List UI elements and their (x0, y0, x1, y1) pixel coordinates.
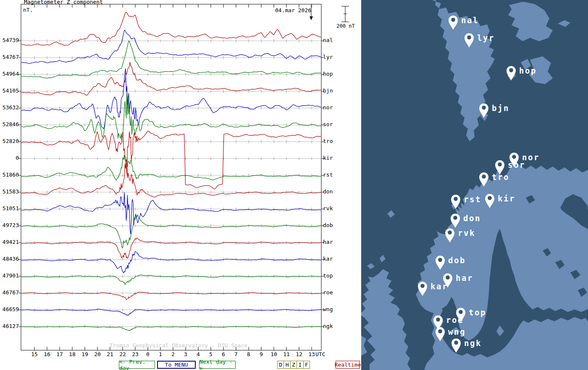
station-label-dob: dob (323, 222, 333, 228)
x-axis-hour-6: 6 (218, 352, 228, 357)
y-axis-value-rvk: 51051 (1, 206, 19, 211)
y-axis-value-nal: 54739 (1, 37, 19, 43)
y-axis-value-lyr: 54767 (1, 54, 19, 60)
x-axis-hour-20: 20 (92, 352, 102, 357)
trace-tro (21, 131, 321, 189)
y-axis-value-sor: 52846 (1, 122, 19, 127)
station-label-don: don (323, 189, 333, 195)
station-label-top: top (323, 273, 333, 279)
y-axis-value-tro: 52820 (1, 138, 19, 144)
y-axis-value-wng: 46659 (1, 307, 19, 312)
station-label-nor: nor (323, 105, 333, 111)
x-axis-hour-9: 9 (256, 352, 266, 357)
date-label: 04.mar 2026 (275, 8, 310, 13)
map-pin-label-top: top (469, 308, 486, 317)
station-map: nallyrhopbjnnorsortrorstkirdonrvkdobhark… (361, 0, 588, 370)
component-button-I[interactable]: I (297, 361, 303, 368)
y-axis-value-top: 47901 (1, 273, 19, 279)
map-pin-label-har: har (456, 273, 473, 283)
trace-har (21, 238, 321, 258)
map-pin-label-don: don (463, 214, 481, 223)
pin-hole (482, 174, 486, 179)
x-axis-hour-21: 21 (105, 352, 115, 357)
station-label-wng: wng (323, 307, 333, 312)
component-button-Z[interactable]: Z (291, 361, 297, 368)
pin-hole (438, 329, 442, 333)
trace-ngk (21, 326, 321, 331)
map-pin-label-kir: kir (498, 194, 515, 203)
observatory-credit: Tromso Geophysical Observatory - DTU Spa… (94, 343, 262, 349)
magnetogram-plot (0, 0, 361, 370)
x-axis-hour-2: 2 (168, 352, 178, 357)
component-selector: DHZIF (277, 361, 310, 369)
x-axis-hour-11: 11 (281, 352, 291, 357)
page-title: Magnetometer Z component (24, 0, 103, 5)
trace-nal (21, 12, 321, 45)
y-axis-value-roe: 46767 (1, 290, 19, 296)
map-pin-label-wng: wng (448, 327, 466, 336)
pin-hole (509, 68, 513, 72)
x-axis-hour-10: 10 (269, 352, 279, 357)
station-label-roe: roe (323, 290, 333, 296)
y-axis-value-kir: 0 (1, 155, 19, 161)
pin-hole (459, 310, 463, 314)
y-axis-value-ngk: 46127 (1, 323, 19, 329)
pin-hole (512, 155, 516, 159)
x-axis-hour-23: 23 (130, 352, 140, 357)
pin-hole (488, 196, 492, 200)
x-axis-hour-19: 19 (80, 352, 90, 357)
x-axis-hour-7: 7 (231, 352, 241, 357)
pin-hole (454, 197, 458, 201)
prev-day-button[interactable]: <- Prev. day (119, 361, 155, 369)
y-axis-value-hop: 54964 (1, 71, 19, 77)
map-pin-label-bjn: bjn (492, 103, 509, 113)
station-label-har: har (323, 239, 333, 245)
x-axis-hour-8: 8 (244, 352, 254, 357)
map-pin-label-dob: dob (448, 256, 466, 265)
x-axis-hour-4: 4 (193, 352, 203, 357)
scale-bar-label: 200 nT (335, 23, 356, 29)
station-label-rvk: rvk (323, 206, 333, 211)
trace-kar (21, 251, 321, 273)
map-pin-label-ngk: ngk (464, 338, 482, 348)
component-button-D[interactable]: D (278, 361, 284, 368)
pin-hole (453, 216, 457, 220)
component-button-F[interactable]: F (304, 361, 310, 368)
magnetometer-app: Magnetometer Z component nT. 04.mar 2026… (0, 0, 588, 370)
pin-hole (438, 258, 442, 262)
y-axis-value-bjn: 54105 (1, 88, 19, 94)
x-axis-hour-18: 18 (67, 352, 77, 357)
x-axis-hour-17: 17 (55, 352, 65, 357)
station-label-nal: nal (323, 37, 333, 43)
station-map-panel: nallyrhopbjnnorsortrorstkirdonrvkdobhark… (361, 0, 588, 370)
x-axis-hour-12: 12 (294, 352, 304, 357)
y-axis-value-don: 51583 (1, 189, 19, 195)
trace-rst (21, 155, 321, 180)
trace-hop (21, 41, 321, 78)
y-axis-value-nor: 53632 (1, 105, 19, 111)
x-axis-unit-label: UTC (315, 352, 325, 357)
y-axis-value-dob: 49723 (1, 222, 19, 228)
map-pin-label-tro: tro (492, 172, 509, 182)
station-label-ngk: ngk (323, 323, 333, 329)
x-axis-hour-3: 3 (181, 352, 191, 357)
y-unit-label: nT. (23, 7, 33, 13)
component-button-H[interactable]: H (284, 361, 290, 368)
x-axis-hour-16: 16 (42, 352, 52, 357)
realtime-button[interactable]: Realtime (336, 361, 360, 369)
map-pin-label-hop: hop (519, 66, 537, 75)
map-pin-label-nal: nal (461, 16, 479, 25)
map-pin-label-rvk: rvk (458, 228, 475, 238)
map-pin-label-rst: rst (464, 195, 481, 204)
trace-rvk (21, 192, 321, 234)
station-label-lyr: lyr (323, 54, 333, 60)
map-pin-label-roe: roe (446, 315, 464, 325)
x-axis-hour-0: 0 (143, 352, 153, 357)
next-day-button[interactable]: Next day -> (199, 361, 236, 369)
to-menu-button[interactable]: To MENU (157, 361, 196, 369)
station-label-rst: rst (323, 172, 333, 178)
pin-hole (451, 18, 455, 22)
time-arrow-head (310, 16, 313, 20)
station-label-kar: kar (323, 256, 333, 262)
x-axis-hour-1: 1 (155, 352, 165, 357)
